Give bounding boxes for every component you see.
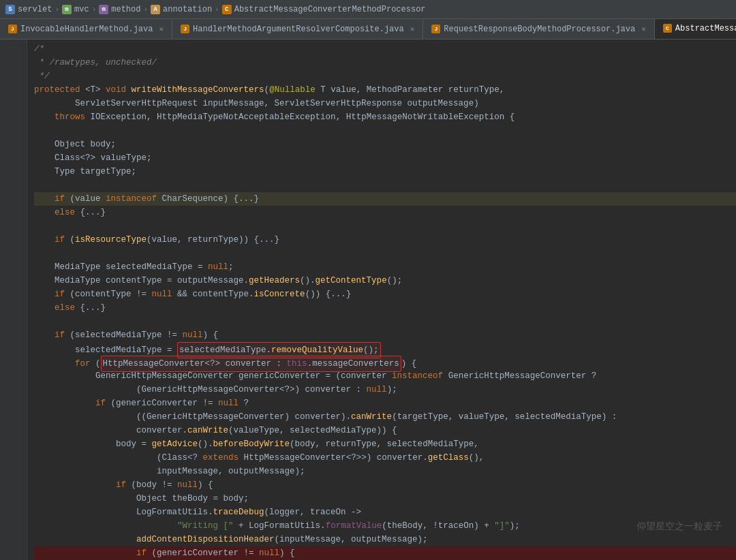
tab-abstract-message[interactable]: C AbstractMessageConverterMethodProcesso… [655, 19, 736, 39]
code-line-box1: selectedMediaType = selectedMediaType.re… [34, 342, 736, 356]
tab-close-icon[interactable]: ✕ [159, 25, 164, 33]
breadcrumb-servlet-icon: S [5, 5, 15, 14]
tab-label-2: HandlerMethodArgumentResolverComposite.j… [193, 25, 404, 34]
code-line: protected <T> void writeWithMessageConve… [34, 83, 736, 97]
tab-java-icon: J [8, 25, 17, 33]
tab-close-icon-3[interactable]: ✕ [641, 25, 646, 33]
line-numbers [0, 40, 27, 560]
tab-java-icon-2: J [181, 25, 189, 33]
code-line: */ [34, 69, 736, 83]
code-line-red: if (genericConverter != null) { [34, 546, 736, 560]
code-line: LogFormatUtils.traceDebug(logger, traceO… [34, 505, 736, 519]
code-line: GenericHttpMessageConverter genericConve… [34, 369, 736, 383]
tab-request-response[interactable]: J RequestResponseBodyMethodProcessor.jav… [423, 19, 654, 39]
code-line: Class<?> valueType; [34, 151, 736, 165]
tab-invocable-handler[interactable]: J InvocableHandlerMethod.java ✕ [0, 19, 172, 39]
code-line: throws IOException, HttpMediaTypeNotAcce… [34, 110, 736, 124]
tab-label-3: RequestResponseBodyMethodProcessor.java [444, 25, 635, 34]
code-line: inputMessage, outputMessage); [34, 465, 736, 478]
code-line-box2: for (HttpMessageConverter<?> converter :… [34, 356, 736, 369]
breadcrumb-class[interactable]: AbstractMessageConverterMethodProcessor [234, 5, 426, 14]
tab-class-icon-4: C [663, 24, 672, 33]
code-line [34, 178, 736, 192]
code-line [34, 124, 736, 138]
code-line: if (isResourceType(value, returnType)) {… [34, 233, 736, 247]
code-line: if (selectedMediaType != null) { [34, 328, 736, 342]
code-line [34, 315, 736, 328]
code-line: /* [34, 42, 736, 56]
code-line: "Writing [" + LogFormatUtils.formatValue… [34, 519, 736, 533]
breadcrumb-servlet[interactable]: servlet [18, 5, 52, 14]
code-line: else {...} [34, 206, 736, 219]
tab-label-4: AbstractMessageConverterMethodProcessor.… [675, 24, 736, 33]
code-line: else {...} [34, 301, 736, 315]
code-line: addContentDispositionHeader(inputMessage… [34, 533, 736, 546]
breadcrumb-bar: S servlet › m mvc › m method › A annotat… [0, 0, 736, 19]
code-line: ServletServerHttpRequest inputMessage, S… [34, 97, 736, 110]
tab-bar: J InvocableHandlerMethod.java ✕ J Handle… [0, 19, 736, 40]
breadcrumb-method[interactable]: method [111, 5, 140, 14]
breadcrumb-annotation[interactable]: annotation [163, 5, 212, 14]
code-line: MediaType contentType = outputMessage.ge… [34, 274, 736, 287]
tab-label: InvocableHandlerMethod.java [20, 25, 153, 34]
breadcrumb-method-icon: m [99, 5, 108, 14]
code-line: Type targetType; [34, 165, 736, 178]
code-line: (GenericHttpMessageConverter<?>) convert… [34, 383, 736, 396]
breadcrumb-mvc[interactable]: mvc [74, 5, 89, 14]
code-line: ((GenericHttpMessageConverter) converter… [34, 410, 736, 424]
tab-handler-method-argument[interactable]: J HandlerMethodArgumentResolverComposite… [172, 19, 423, 39]
code-line: converter.canWrite(valueType, selectedMe… [34, 424, 736, 437]
code-line [34, 219, 736, 233]
tab-close-icon-2[interactable]: ✕ [410, 25, 415, 33]
code-line: MediaType selectedMediaType = null; [34, 260, 736, 274]
code-line: if (contentType != null && contentType.i… [34, 287, 736, 301]
breadcrumb-class-icon: C [222, 5, 232, 14]
code-line: if (genericConverter != null ? [34, 396, 736, 410]
code-line: Object body; [34, 138, 736, 151]
code-area: /* * /rawtypes, unchecked/ */ protected … [0, 40, 736, 560]
code-content: /* * /rawtypes, unchecked/ */ protected … [27, 40, 736, 560]
code-line [34, 247, 736, 260]
code-line: (Class<? extends HttpMessageConverter<?>… [34, 451, 736, 465]
code-line: Object theBody = body; [34, 492, 736, 505]
tab-java-icon-3: J [431, 25, 440, 33]
breadcrumb-annotation-icon: A [151, 5, 160, 14]
code-line: body = getAdvice().beforeBodyWrite(body,… [34, 437, 736, 451]
code-line: if (body != null) { [34, 478, 736, 492]
code-line-highlighted: if (value instanceof CharSequence) {...} [34, 192, 736, 206]
breadcrumb-mvc-icon: m [62, 5, 72, 14]
code-line: * /rawtypes, unchecked/ [34, 56, 736, 69]
